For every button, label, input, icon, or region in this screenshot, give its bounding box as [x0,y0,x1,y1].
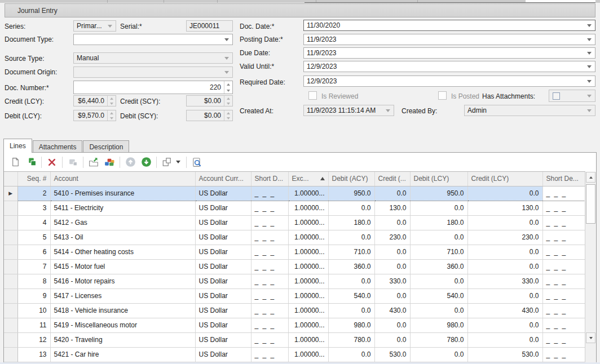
column-header-seq[interactable]: Seq. # [17,172,50,186]
spinner-buttons[interactable] [224,110,232,121]
grid-cell-debit_lcy[interactable]: 780.0 [410,332,467,347]
tab-attachments[interactable]: Attachments [33,140,83,153]
grid-cell-short_d[interactable]: _ _ _ [251,186,288,201]
grid-cell-short_d[interactable]: _ _ _ [251,259,288,274]
grid-cell-currency[interactable]: US Dollar [195,230,251,245]
grid-cell-seq[interactable]: 10 [17,303,50,318]
grid-cell-credit_lcy[interactable]: 0.0 [467,245,542,259]
delete-icon[interactable] [45,156,59,169]
row-indicator[interactable] [4,201,17,215]
new-document-icon[interactable] [8,156,22,169]
grid-cell-short_de[interactable]: _ _ _ [542,274,585,288]
column-header-debit-lcy[interactable]: Debit (LCY) [410,172,467,186]
grid-cell-account[interactable]: 5420 - Traveling [50,332,195,347]
grid-cell-debit_acy[interactable]: 0.0 [328,303,374,318]
grid-cell-account[interactable]: 5417 - Licenses [50,288,195,303]
grid-cell-short_d[interactable]: _ _ _ [251,201,288,215]
grid-cell-account[interactable]: 5413 - Oil [50,230,195,245]
grid-cell-debit_lcy[interactable]: 0.0 [410,201,467,215]
row-indicator[interactable] [4,274,17,288]
grid-cell-short_d[interactable]: _ _ _ [251,332,288,347]
tab-description[interactable]: Description [83,140,129,153]
grid-cell-credit_lcy[interactable]: 0.0 [467,332,542,347]
grid-cell-debit_acy[interactable]: 360.0 [328,259,374,274]
table-row[interactable]: 105418 - Vehicle insuranceUS Dollar_ _ _… [4,303,585,318]
grid-cell-debit_acy[interactable]: 0.0 [328,347,374,362]
export-folder-icon[interactable] [87,156,100,169]
spinner-buttons[interactable] [224,81,232,94]
grid-cell-seq[interactable]: 11 [17,318,50,332]
grid-cell-credit_acy[interactable]: 0.0 [374,318,410,332]
grid-cell-exc[interactable]: 1.00000... [288,288,328,303]
column-header-short-d[interactable]: Short D... [251,172,288,186]
grid-cell-exc[interactable]: 1.00000... [288,215,328,230]
scroll-down-button[interactable] [586,332,595,343]
row-indicator[interactable] [4,332,17,347]
grid-cell-credit_acy[interactable]: 0.0 [374,215,410,230]
table-row[interactable]: 35411 - ElectricityUS Dollar_ _ _1.00000… [4,201,585,215]
is-posted-checkbox[interactable] [438,91,447,100]
grid-cell-credit_lcy[interactable]: 0.0 [467,288,542,303]
column-header-credit-lcy[interactable]: Credit (LCY) [467,172,542,186]
grid-cell-credit_lcy[interactable]: 0.0 [467,259,542,274]
grid-cell-short_de[interactable]: _ _ _ [542,259,585,274]
grid-cell-credit_lcy[interactable]: 0.0 [467,318,542,332]
debit-lcy-stepper[interactable]: $9,570.0 [73,110,116,121]
grid-cell-short_de[interactable]: _ _ _ [542,347,585,362]
grid-cell-seq[interactable]: 4 [17,215,50,230]
grid-cell-exc[interactable]: 1.00000... [288,245,328,259]
grid-cell-credit_acy[interactable]: 330.0 [374,274,410,288]
grid-cell-account[interactable]: 5419 - Miscellaneous motor [50,318,195,332]
grid-cell-account[interactable]: 5416 - Motor repairs [50,274,195,288]
created-at-picker[interactable]: 11/9/2023 11:15:14 AM [303,105,394,116]
vertical-scrollbar[interactable] [585,172,596,364]
grid-cell-debit_acy[interactable]: 710.0 [328,245,374,259]
grid-cell-debit_acy[interactable]: 950.0 [328,186,374,201]
table-row[interactable]: 115419 - Miscellaneous motorUS Dollar_ _… [4,318,585,332]
preview-document-icon[interactable] [190,156,204,169]
doc-date-picker[interactable]: 11/30/2020 [303,20,595,31]
grid-cell-short_d[interactable]: _ _ _ [251,215,288,230]
row-indicator[interactable] [4,259,17,274]
credit-scy-stepper[interactable]: $0.00 [186,95,233,106]
grid-cell-exc[interactable]: 1.00000... [288,201,328,215]
grid-cell-debit_lcy[interactable]: 540.0 [410,288,467,303]
grid-cell-account[interactable]: 5421 - Car hire [50,347,195,362]
grid-cell-debit_acy[interactable]: 980.0 [328,318,374,332]
grid-cell-currency[interactable]: US Dollar [195,318,251,332]
view-tiles-icon[interactable] [103,156,116,169]
grid-cell-exc[interactable]: 1.00000... [288,332,328,347]
grid-cell-seq[interactable]: 5 [17,230,50,245]
grid-cell-debit_lcy[interactable]: 980.0 [410,318,467,332]
scroll-up-button[interactable] [586,172,595,183]
grid-cell-short_de[interactable]: _ _ _ [542,201,585,215]
grid-cell-credit_lcy[interactable]: 330.0 [467,274,542,288]
grid-cell-seq[interactable]: 3 [17,201,50,215]
grid-cell-currency[interactable]: US Dollar [195,201,251,215]
grid-cell-account[interactable]: 5412 - Gas [50,215,195,230]
checkbox-icon[interactable] [553,92,560,100]
grid-cell-seq[interactable]: 13 [17,347,50,362]
column-header-account-currency[interactable]: Account Curr... [195,172,251,186]
table-row[interactable]: 135421 - Car hireUS Dollar_ _ _1.00000..… [4,347,585,362]
grid-cell-debit_acy[interactable]: 0.0 [328,274,374,288]
grid-cell-credit_lcy[interactable]: 430.0 [467,303,542,318]
grid-cell-currency[interactable]: US Dollar [195,332,251,347]
spinner-buttons[interactable] [107,110,116,121]
grid-cell-exc[interactable]: 1.00000... [288,274,328,288]
table-row[interactable]: 65414 - Other heating costsUS Dollar_ _ … [4,245,585,259]
document-type-combo[interactable] [73,34,233,45]
layout-icon[interactable] [160,156,174,169]
grid-cell-account[interactable]: 5414 - Other heating costs [50,245,195,259]
row-indicator[interactable] [4,245,17,259]
valid-until-picker[interactable]: 12/9/2023 [303,61,595,72]
grid-cell-short_de[interactable]: _ _ _ [542,318,585,332]
grid-cell-currency[interactable]: US Dollar [195,215,251,230]
grid-cell-credit_lcy[interactable]: 0.0 [467,215,542,230]
column-header-short-de[interactable]: Short De... [542,172,585,186]
grid-cell-short_d[interactable]: _ _ _ [251,274,288,288]
grid-cell-currency[interactable]: US Dollar [195,288,251,303]
grid-cell-short_d[interactable]: _ _ _ [251,288,288,303]
grid-cell-debit_lcy[interactable]: 360.0 [410,259,467,274]
source-type-combo[interactable]: Manual [73,52,233,64]
